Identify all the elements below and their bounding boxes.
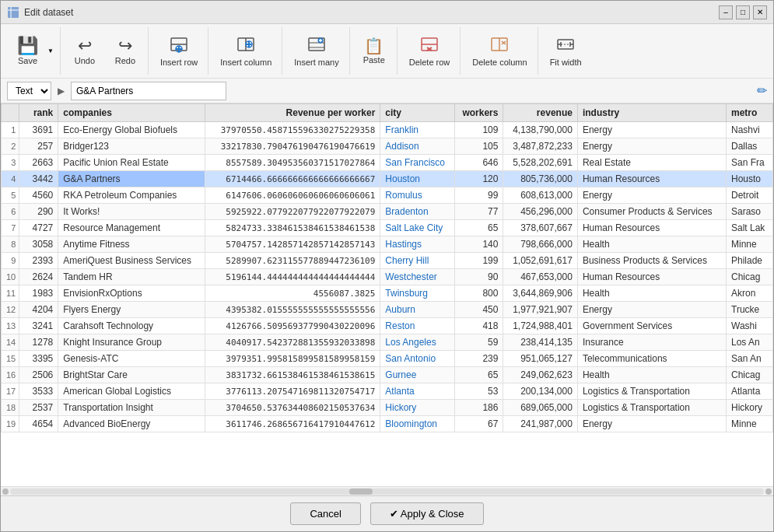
table-cell[interactable]: 2: [2, 138, 19, 155]
table-cell[interactable]: 18: [2, 400, 19, 416]
table-cell[interactable]: 2537: [19, 400, 58, 416]
table-cell[interactable]: Minne: [727, 236, 773, 253]
table-row[interactable]: 182537Transportation Insight3704650.5376…: [2, 400, 773, 416]
table-cell[interactable]: 4126766.509569377990430220096: [205, 318, 380, 334]
redo-button[interactable]: ↪ Redo: [106, 30, 145, 73]
table-cell[interactable]: 3691: [19, 122, 58, 138]
table-cell[interactable]: Advanced BioEnergy: [58, 416, 205, 432]
table-cell[interactable]: Pacific Union Real Estate: [58, 155, 205, 171]
table-row[interactable]: 83058Anytime Fitness5704757.142857142857…: [2, 236, 773, 253]
table-cell[interactable]: 6714466.666666666666666666667: [205, 171, 380, 187]
undo-button[interactable]: ↩ Undo: [65, 30, 104, 73]
table-cell[interactable]: Consumer Products & Services: [577, 204, 726, 220]
table-cell[interactable]: 5925922.077922077922077922079: [205, 204, 380, 220]
table-cell[interactable]: 951,065,127: [503, 351, 577, 367]
col-header-revenue-per-worker[interactable]: Revenue per worker: [205, 104, 380, 122]
table-cell[interactable]: 3241: [19, 318, 58, 334]
close-button[interactable]: ✕: [753, 5, 767, 19]
table-cell[interactable]: 105: [454, 138, 503, 155]
table-cell[interactable]: Logistics & Transportation: [577, 383, 726, 400]
col-header-companies[interactable]: companies: [58, 104, 205, 122]
table-cell[interactable]: Minne: [727, 416, 773, 432]
table-cell[interactable]: 4560: [19, 187, 58, 204]
insert-row-button[interactable]: Insert row: [153, 30, 205, 73]
table-cell[interactable]: Cherry Hill: [380, 253, 454, 269]
table-cell[interactable]: Eco-Energy Global Biofuels: [58, 122, 205, 138]
table-cell[interactable]: 238,414,135: [503, 334, 577, 351]
table-cell[interactable]: Carahsoft Technology: [58, 318, 205, 334]
table-cell[interactable]: 4654: [19, 416, 58, 432]
col-header-rank[interactable]: rank: [19, 104, 58, 122]
table-cell[interactable]: 5196144.444444444444444444444: [205, 269, 380, 285]
table-cell[interactable]: 3611746.268656716417910447612: [205, 416, 380, 432]
table-cell[interactable]: San An: [727, 351, 773, 367]
table-cell[interactable]: Insurance: [577, 334, 726, 351]
table-cell[interactable]: Flyers Energy: [58, 302, 205, 318]
table-row[interactable]: 141278Knight Insurance Group4040917.5423…: [2, 334, 773, 351]
table-cell[interactable]: Westchester: [380, 269, 454, 285]
table-cell[interactable]: Energy: [577, 302, 726, 318]
table-cell[interactable]: Housto: [727, 171, 773, 187]
table-cell[interactable]: 2393: [19, 253, 58, 269]
table-cell[interactable]: 5,528,202,691: [503, 155, 577, 171]
table-cell[interactable]: Health: [577, 285, 726, 302]
delete-column-button[interactable]: Delete column: [465, 30, 534, 73]
table-cell[interactable]: Bridger123: [58, 138, 205, 155]
table-cell[interactable]: San Fra: [727, 155, 773, 171]
table-cell[interactable]: 3,487,872,233: [503, 138, 577, 155]
table-cell[interactable]: 800: [454, 285, 503, 302]
table-cell[interactable]: Auburn: [380, 302, 454, 318]
table-cell[interactable]: 1983: [19, 285, 58, 302]
table-cell[interactable]: 3704650.537634408602150537634: [205, 400, 380, 416]
table-cell[interactable]: Human Resources: [577, 220, 726, 236]
table-cell[interactable]: Detroit: [727, 187, 773, 204]
table-cell[interactable]: 3,644,869,906: [503, 285, 577, 302]
filter-type-select[interactable]: Text: [7, 82, 51, 100]
save-button[interactable]: 💾 Save: [10, 30, 45, 73]
table-cell[interactable]: 67: [454, 416, 503, 432]
table-cell[interactable]: Dallas: [727, 138, 773, 155]
table-cell[interactable]: Philade: [727, 253, 773, 269]
table-cell[interactable]: Franklin: [380, 122, 454, 138]
table-row[interactable]: 43442G&A Partners6714466.666666666666666…: [2, 171, 773, 187]
table-row[interactable]: 74727Resource Management5824733.33846153…: [2, 220, 773, 236]
table-cell[interactable]: Nashvi: [727, 122, 773, 138]
col-header-revenue[interactable]: revenue: [503, 104, 577, 122]
table-cell[interactable]: 7: [2, 220, 19, 236]
table-cell[interactable]: 1: [2, 122, 19, 138]
table-cell[interactable]: 65: [454, 367, 503, 383]
table-cell[interactable]: 249,062,623: [503, 367, 577, 383]
table-cell[interactable]: 378,607,667: [503, 220, 577, 236]
table-cell[interactable]: 15: [2, 351, 19, 367]
table-row[interactable]: 32663Pacific Union Real Estate8557589.30…: [2, 155, 773, 171]
table-container[interactable]: rank companies Revenue per worker city w…: [1, 103, 773, 486]
table-cell[interactable]: 5824733.338461538461538461538: [205, 220, 380, 236]
table-cell[interactable]: Resource Management: [58, 220, 205, 236]
table-cell[interactable]: Bloomington: [380, 416, 454, 432]
table-cell[interactable]: 200,134,000: [503, 383, 577, 400]
table-cell[interactable]: 16: [2, 367, 19, 383]
table-cell[interactable]: 2624: [19, 269, 58, 285]
table-cell[interactable]: Hickory: [727, 400, 773, 416]
horizontal-scrollbar[interactable]: [1, 486, 773, 495]
table-cell[interactable]: 3: [2, 155, 19, 171]
table-cell[interactable]: 77: [454, 204, 503, 220]
table-row[interactable]: 133241Carahsoft Technology4126766.509569…: [2, 318, 773, 334]
table-cell[interactable]: 646: [454, 155, 503, 171]
delete-row-button[interactable]: Delete row: [402, 30, 457, 73]
table-cell[interactable]: 1,724,988,401: [503, 318, 577, 334]
table-cell[interactable]: San Antonio: [380, 351, 454, 367]
table-cell[interactable]: Energy: [577, 138, 726, 155]
table-cell[interactable]: 5704757.142857142857142857143: [205, 236, 380, 253]
table-cell[interactable]: 37970550.458715596330275229358: [205, 122, 380, 138]
table-cell[interactable]: Bradenton: [380, 204, 454, 220]
table-cell[interactable]: AmeriQuest Business Services: [58, 253, 205, 269]
insert-many-button[interactable]: Insert many: [287, 30, 345, 73]
scrollbar-track[interactable]: [10, 488, 764, 495]
table-cell[interactable]: EnvisionRxOptions: [58, 285, 205, 302]
table-row[interactable]: 2257Bridger12333217830.79047619047619047…: [2, 138, 773, 155]
table-cell[interactable]: Business Products & Services: [577, 253, 726, 269]
table-cell[interactable]: Genesis-ATC: [58, 351, 205, 367]
table-cell[interactable]: 12: [2, 302, 19, 318]
table-cell[interactable]: Transportation Insight: [58, 400, 205, 416]
